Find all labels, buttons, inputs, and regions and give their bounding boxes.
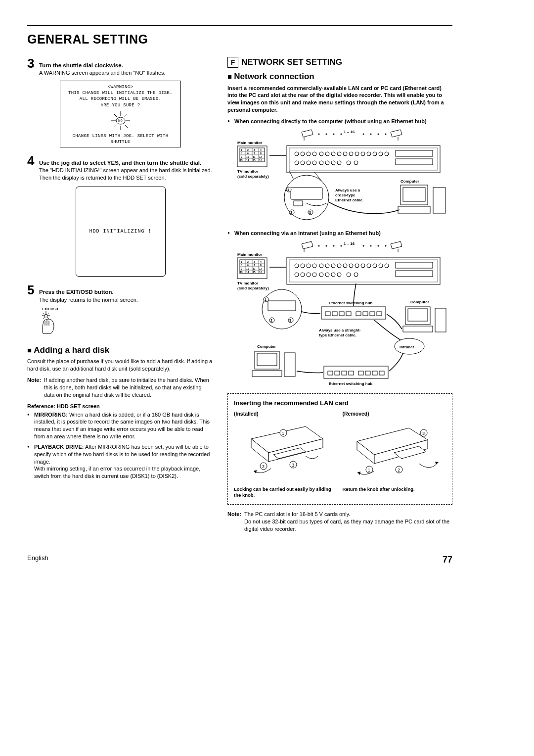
svg-point-140	[337, 264, 341, 268]
svg-point-58	[325, 152, 329, 156]
svg-point-62	[349, 152, 353, 156]
svg-text:1: 1	[265, 298, 267, 301]
svg-point-137	[319, 264, 323, 268]
svg-rect-170	[321, 307, 386, 319]
svg-rect-160	[396, 271, 433, 277]
step-5-title: Press the EXIT/OSD button.	[39, 284, 214, 296]
svg-point-24	[370, 133, 372, 135]
hdd-initializing-screen: HDD INITIALIZING !	[76, 187, 166, 277]
svg-rect-190	[335, 371, 340, 375]
d2-computer2: Computer	[257, 344, 276, 349]
svg-text:11: 11	[253, 155, 256, 158]
lan-installed-diagram: 1 2 3	[234, 419, 338, 483]
svg-point-60	[337, 152, 341, 156]
svg-text:16: 16	[259, 271, 262, 274]
svg-line-7	[114, 125, 117, 128]
warning-screen: <WARNING> THIS CHANGE WILL INITIALIZE TH…	[60, 81, 181, 147]
warning-footer: CHANGE LINES WITH JOG. SELECT WITH SHUTT…	[62, 133, 178, 145]
right-column: F NETWORK SET SETTING Network connection…	[227, 57, 452, 537]
svg-point-146	[373, 264, 377, 268]
svg-line-15	[43, 317, 44, 319]
left-column: 3 Turn the shuttle dial clockwise. A WAR…	[27, 57, 214, 537]
step-3-title: Turn the shuttle dial clockwise.	[39, 57, 214, 70]
svg-text:10: 10	[246, 155, 249, 158]
svg-rect-178	[377, 312, 382, 316]
svg-rect-171	[325, 312, 330, 316]
svg-rect-193	[358, 371, 363, 375]
svg-point-153	[319, 273, 323, 277]
section-title: NETWORK SET SETTING	[241, 57, 342, 68]
svg-text:8: 8	[260, 152, 262, 155]
svg-text:5: 5	[241, 264, 242, 267]
reference-title: Reference: HDD SET screen	[27, 403, 214, 410]
svg-point-54	[301, 152, 305, 156]
d1-main-monitor: Main monitor	[237, 141, 262, 145]
svg-text:16: 16	[259, 159, 262, 162]
svg-point-66	[373, 152, 377, 156]
note-label-right: Note:	[227, 511, 244, 533]
svg-point-64	[361, 152, 365, 156]
svg-text:12: 12	[259, 267, 262, 270]
note-label: Note:	[27, 377, 44, 399]
svg-rect-186	[252, 371, 282, 377]
d1-sold: (sold separately)	[237, 174, 269, 179]
svg-text:3: 3	[254, 148, 255, 151]
svg-line-5	[125, 125, 128, 128]
svg-rect-196	[379, 371, 384, 375]
svg-point-103	[363, 245, 364, 246]
svg-rect-189	[328, 371, 333, 375]
svg-rect-79	[396, 150, 433, 156]
d2-hub2: Ethernet switching hub	[329, 381, 373, 386]
svg-line-4	[114, 114, 117, 117]
svg-text:2: 2	[290, 211, 292, 214]
svg-text:2: 2	[247, 148, 249, 151]
svg-point-139	[331, 264, 335, 268]
adding-hard-disk-title: Adding a hard disk	[27, 345, 214, 356]
svg-point-55	[307, 152, 311, 156]
svg-text:1: 1	[241, 260, 242, 263]
svg-text:12: 12	[259, 155, 262, 158]
svg-text:6: 6	[247, 152, 249, 155]
svg-point-19	[318, 133, 320, 135]
svg-point-71	[307, 161, 311, 165]
svg-text:6: 6	[247, 264, 249, 267]
svg-point-156	[337, 273, 341, 277]
svg-point-74	[325, 161, 329, 165]
svg-text:1: 1	[368, 468, 370, 472]
svg-point-21	[333, 133, 335, 135]
svg-line-13	[47, 317, 49, 319]
svg-point-76	[337, 161, 341, 165]
svg-point-61	[343, 152, 347, 156]
lan-installed-caption: Locking can be carried out easily by sli…	[234, 486, 338, 498]
d2-intranet: Intranet	[400, 345, 414, 349]
step-4-number: 4	[27, 154, 39, 182]
svg-point-65	[367, 152, 371, 156]
svg-point-142	[349, 264, 353, 268]
svg-text:1: 1	[282, 431, 284, 436]
warning-line-3: ARE YOU SURE ?	[62, 102, 178, 108]
svg-text:3: 3	[309, 211, 311, 214]
svg-point-158	[354, 273, 358, 277]
svg-point-67	[379, 152, 383, 156]
svg-text:8: 8	[260, 264, 262, 267]
svg-point-16	[44, 314, 47, 317]
svg-rect-175	[356, 312, 361, 316]
svg-point-102	[341, 245, 342, 246]
svg-point-23	[363, 133, 364, 135]
step-5-text: The display returns to the normal screen…	[39, 296, 214, 304]
svg-text:11: 11	[253, 267, 256, 270]
step-5-number: 5	[27, 284, 39, 303]
svg-point-101	[333, 245, 335, 246]
svg-text:7: 7	[254, 264, 255, 267]
svg-point-25	[378, 133, 379, 135]
page-title: GENERAL SETTING	[27, 31, 452, 48]
network-intro: Insert a recommended commercially-availa…	[227, 85, 452, 114]
svg-point-149	[295, 273, 299, 277]
svg-point-70	[301, 161, 305, 165]
svg-text:15: 15	[253, 271, 256, 274]
svg-point-20	[326, 133, 327, 135]
svg-text:15: 15	[253, 159, 256, 162]
svg-point-69	[295, 161, 299, 165]
lan-card-box: Inserting the recommended LAN card (Inst…	[227, 393, 452, 505]
direct-connection-diagram: 1 – 16 Main monitor 1234	[227, 128, 452, 225]
